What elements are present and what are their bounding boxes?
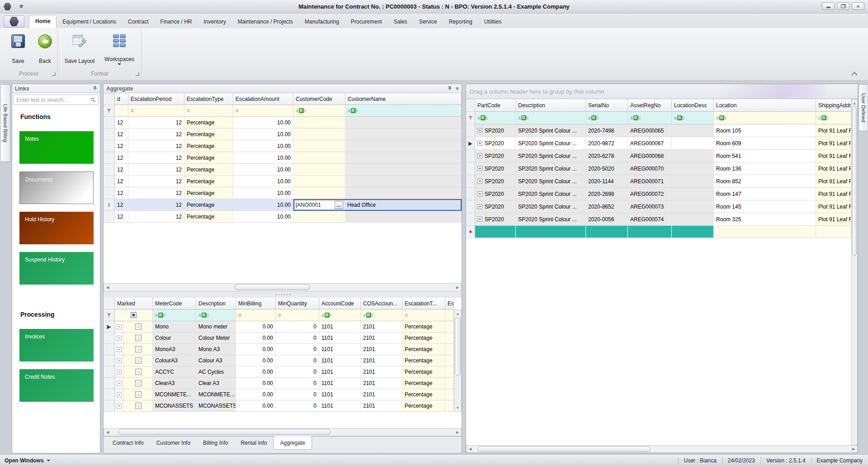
links-search-input[interactable]: Enter text to search... <box>14 95 99 105</box>
grid-cell[interactable]: 2020-2698 <box>586 188 628 200</box>
lookup-ellipsis-button[interactable]: … <box>335 201 343 209</box>
grid-cell[interactable]: Room 147 <box>714 188 816 200</box>
grid-cell[interactable]: Plot 91 Leaf Ro <box>816 213 851 226</box>
column-header[interactable]: PartCode <box>475 99 516 112</box>
row-indicator[interactable] <box>466 213 475 226</box>
grid-cell[interactable]: AC Cycles <box>196 366 236 378</box>
grid-cell[interactable]: SP2020 Sprint Colour ... <box>516 213 586 226</box>
filter-cell[interactable]: aBc <box>196 309 236 321</box>
filter-cell[interactable]: aBc <box>516 112 586 124</box>
scroll-right-icon[interactable]: ▶ <box>454 428 461 436</box>
column-header[interactable]: Esc <box>445 298 454 309</box>
filter-cell[interactable]: aBc <box>153 309 196 321</box>
grid-cell[interactable] <box>293 152 345 164</box>
grid-cell[interactable]: 1101 <box>319 333 361 344</box>
column-header[interactable]: SerialNo <box>586 99 628 112</box>
row-indicator[interactable] <box>104 378 115 389</box>
grid-cell[interactable]: MonoA3 <box>153 344 196 355</box>
tab-rental-info[interactable]: Rental Info <box>234 437 273 449</box>
row-checkbox[interactable] <box>135 357 142 364</box>
grid-cell[interactable]: Plot 91 Leaf Ro <box>816 162 851 175</box>
grid-cell[interactable]: Percentage <box>184 164 233 176</box>
grid-cell[interactable]: 10.00 <box>233 117 293 128</box>
expand-cell[interactable]: + <box>115 355 124 366</box>
grid-cell[interactable]: Room 609 <box>714 137 816 150</box>
grid-cell[interactable] <box>345 211 462 223</box>
grid-cell[interactable]: Percentage <box>184 187 233 199</box>
expand-icon[interactable]: + <box>477 153 482 158</box>
column-header[interactable]: MinBilling <box>236 298 276 309</box>
marked-cell[interactable] <box>124 321 153 333</box>
grid-cell[interactable]: Percentage <box>184 211 233 223</box>
grid-cell[interactable]: 0.00 <box>236 389 276 400</box>
grid-cell[interactable]: 2101 <box>361 366 402 378</box>
expand-cell[interactable]: + <box>115 400 124 412</box>
ribbon-tab[interactable]: Maintenance / Projects <box>232 16 299 28</box>
filter-cell[interactable]: = <box>233 105 293 117</box>
row-indicator[interactable] <box>104 105 115 117</box>
grid-cell[interactable]: Percentage <box>402 378 445 389</box>
grid-cell[interactable]: 0 <box>276 400 319 412</box>
grid-cell[interactable]: 0.00 <box>236 366 276 378</box>
documents-button[interactable]: Documents <box>19 171 94 204</box>
grid-cell[interactable]: 0 <box>276 344 319 355</box>
grid-cell[interactable] <box>293 164 345 176</box>
column-header[interactable]: EscalationType <box>184 93 233 105</box>
grid-cell[interactable]: 12 <box>115 199 128 211</box>
grid-cell[interactable] <box>672 188 714 200</box>
row-indicator[interactable]: ∗ <box>466 226 475 238</box>
expand-icon[interactable]: + <box>477 166 482 171</box>
grid-cell[interactable]: 12 <box>115 117 128 128</box>
customer-code-editor[interactable]: ANO0001… <box>294 200 344 210</box>
row-indicator[interactable] <box>104 152 115 164</box>
grid-cell[interactable]: 0.00 <box>236 333 276 344</box>
row-indicator[interactable] <box>104 333 115 344</box>
filter-cell[interactable]: = <box>128 105 184 117</box>
column-header[interactable]: MeterCode <box>153 298 196 309</box>
grid-cell[interactable] <box>345 140 462 152</box>
new-row-cell[interactable] <box>672 226 714 238</box>
grid-cell[interactable]: Percentage <box>402 400 445 412</box>
row-indicator[interactable] <box>466 162 475 175</box>
grid-cell[interactable]: Colour <box>153 333 196 344</box>
expand-icon[interactable]: + <box>117 381 122 386</box>
row-indicator[interactable] <box>466 99 475 112</box>
grid-cell[interactable]: MCONMETE... <box>153 389 196 400</box>
grid-cell[interactable]: 12 <box>128 140 184 152</box>
grid-cell[interactable]: AREG000070 <box>628 162 672 175</box>
expand-cell[interactable]: + <box>115 321 124 333</box>
row-indicator[interactable] <box>104 389 115 400</box>
filter-cell[interactable] <box>115 309 153 321</box>
dock-tab-life-based-billing[interactable]: Life Based Billing <box>1 84 10 162</box>
grid-cell[interactable]: 0 <box>276 321 319 333</box>
grid-cell[interactable]: Plot 91 Leaf Ro <box>816 175 851 188</box>
save-button[interactable]: Save <box>3 31 33 69</box>
restore-button[interactable] <box>837 2 849 10</box>
grid-cell[interactable] <box>445 321 454 333</box>
new-row-cell[interactable] <box>816 226 851 238</box>
tab-billing-info[interactable]: Billing Info <box>197 437 234 449</box>
row-indicator[interactable] <box>104 355 115 366</box>
grid-cell[interactable]: 12 <box>128 117 184 128</box>
grid-cell[interactable]: 2020-1144 <box>586 175 628 188</box>
grid-cell[interactable]: 12 <box>128 152 184 164</box>
grid-cell[interactable]: 2101 <box>361 321 402 333</box>
grid-cell[interactable]: Percentage <box>184 199 233 211</box>
pin-icon[interactable] <box>93 86 97 91</box>
row-indicator[interactable] <box>466 200 475 213</box>
marked-cell[interactable] <box>124 355 153 366</box>
filter-cell[interactable] <box>115 105 128 117</box>
grid-cell[interactable]: Plot 91 Leaf Ro <box>816 137 851 150</box>
grid-cell[interactable]: Percentage <box>402 321 445 333</box>
filter-cell[interactable] <box>445 309 454 321</box>
grid-cell[interactable]: Clear A3 <box>196 378 236 389</box>
new-row-cell[interactable] <box>475 226 516 238</box>
filter-cell[interactable]: aBc <box>475 112 516 124</box>
grid-cell[interactable]: 0.00 <box>236 344 276 355</box>
splitter-handle[interactable] <box>104 291 462 298</box>
row-indicator[interactable] <box>104 140 115 152</box>
grid-cell[interactable]: Plot 91 Leaf Ro <box>816 150 851 162</box>
grid-cell[interactable] <box>345 152 462 164</box>
grid-cell[interactable]: 0.00 <box>236 400 276 412</box>
grid-cell[interactable] <box>293 140 345 152</box>
